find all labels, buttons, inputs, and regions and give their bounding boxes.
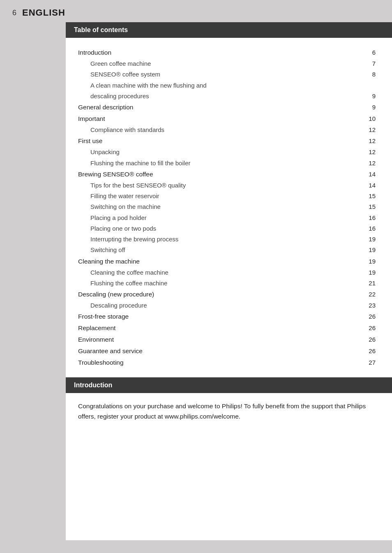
toc-page: 12 [365,125,376,134]
toc-entry-important: Important 10 [78,114,376,124]
toc-label: Frost-free storage [78,312,365,322]
toc-entry-tips: Tips for the best SENSEO® quality 14 [78,180,376,190]
toc-entry-green-coffee: Green coffee machine 7 [78,59,376,68]
toc-label: Replacement [78,323,365,333]
toc-label: General description [78,102,365,112]
toc-label: SENSEO® coffee system [90,69,365,79]
toc-label: descaling procedures [90,91,365,101]
left-sidebar [0,22,66,540]
toc-label: Troubleshooting [78,358,365,368]
toc-entry-flushing-coffee: Flushing the coffee machine 21 [78,278,376,288]
toc-label: Environment [78,335,365,345]
toc-entry-compliance: Compliance with standards 12 [78,125,376,134]
toc-entry-switching-off: Switching off 19 [78,245,376,255]
toc-page: 9 [365,102,376,112]
toc-entry-placing-pods: Placing one or two pods 16 [78,224,376,233]
page-header: 6 ENGLISH [0,0,392,22]
toc-label: Unpacking [90,147,365,157]
toc-page: 7 [365,59,376,68]
toc-page: 12 [365,136,376,146]
toc-page: 26 [365,312,376,321]
toc-label: Guarantee and service [78,346,365,356]
toc-page: 10 [365,114,376,123]
toc-label: A clean machine with the new flushing an… [90,81,365,90]
page-wrapper: 6 ENGLISH Table of contents Introduction… [0,0,392,553]
toc-page: 14 [365,180,376,190]
toc-entry-descaling-procedures: descaling procedures 9 [78,91,376,101]
layout: Table of contents Introduction 6 Green c… [0,22,392,540]
toc-page: 19 [365,245,376,255]
toc-entry-replacement: Replacement 26 [78,323,376,333]
toc-title: Table of contents [74,26,128,33]
toc-label: Interrupting the brewing process [90,234,365,244]
toc-label: Switching off [90,245,365,255]
toc-page: 12 [365,158,376,168]
toc-page: 22 [365,289,376,299]
toc-page: 21 [365,278,376,288]
toc-label: Placing one or two pods [90,224,365,233]
toc-page: 9 [365,91,376,101]
toc-label: Switching on the machine [90,202,365,211]
page-number-title: 6 ENGLISH [12,7,392,18]
toc-entry-first-use: First use 12 [78,136,376,146]
toc-label: Compliance with standards [90,125,365,134]
toc-entry-frost-free: Frost-free storage 26 [78,312,376,322]
toc-entry-cleaning-coffee: Cleaning the coffee machine 19 [78,268,376,277]
toc-label: Descaling procedure [90,301,365,310]
toc-page: 26 [365,323,376,333]
toc-page: 26 [365,346,376,356]
intro-text: Congratulations on your purchase and wel… [78,401,380,422]
toc-label: Flushing the machine to fill the boiler [90,158,365,168]
intro-section-header: Introduction [66,377,392,393]
toc-entry-pod-holder: Placing a pod holder 16 [78,213,376,222]
toc-entry-filling-water: Filling the water reservoir 15 [78,191,376,201]
toc-label: Green coffee machine [90,59,365,68]
toc-entry-interrupting: Interrupting the brewing process 19 [78,234,376,244]
toc-section-header: Table of contents [66,22,392,38]
toc-page: 19 [365,234,376,244]
toc-entry-brewing: Brewing SENSEO® coffee 14 [78,169,376,179]
toc-entry-guarantee: Guarantee and service 26 [78,346,376,356]
toc-body: Introduction 6 Green coffee machine 7 SE… [66,38,392,377]
toc-entry-descaling: Descaling (new procedure) 22 [78,289,376,299]
toc-label: First use [78,136,365,146]
toc-page: 12 [365,147,376,157]
toc-entry-general-desc: General description 9 [78,102,376,112]
toc-entry-flushing-fill: Flushing the machine to fill the boiler … [78,158,376,168]
toc-entry-introduction: Introduction 6 [78,48,376,58]
toc-entry-cleaning: Cleaning the machine 19 [78,257,376,266]
page-number: 6 [12,9,16,17]
language-title: ENGLISH [22,7,65,18]
toc-label: Important [78,114,365,124]
toc-page: 16 [365,213,376,222]
toc-entry-environment: Environment 26 [78,335,376,345]
toc-label: Brewing SENSEO® coffee [78,169,365,179]
toc-page: 8 [365,69,376,79]
toc-label: Introduction [78,48,365,58]
toc-entry-descaling-procedure: Descaling procedure 23 [78,301,376,310]
intro-title: Introduction [74,382,112,389]
toc-page: 6 [365,48,376,57]
toc-page: 19 [365,257,376,266]
toc-label: Tips for the best SENSEO® quality [90,180,365,190]
intro-body: Congratulations on your purchase and wel… [66,393,392,430]
toc-entry-unpacking: Unpacking 12 [78,147,376,157]
toc-label: Flushing the coffee machine [90,278,365,288]
toc-page: 27 [365,358,376,367]
toc-entry-senseo-system: SENSEO® coffee system 8 [78,69,376,79]
toc-page: 23 [365,301,376,310]
toc-page: 15 [365,191,376,201]
right-content: Table of contents Introduction 6 Green c… [66,22,392,540]
toc-page: 15 [365,202,376,211]
toc-page: 14 [365,169,376,179]
toc-entry-clean-machine: A clean machine with the new flushing an… [78,81,376,90]
toc-label: Cleaning the machine [78,257,365,266]
toc-page: 16 [365,224,376,233]
toc-label: Cleaning the coffee machine [90,268,365,277]
toc-page [365,81,376,90]
toc-page: 19 [365,268,376,277]
toc-label: Descaling (new procedure) [78,289,365,299]
toc-label: Placing a pod holder [90,213,365,222]
toc-entry-troubleshooting: Troubleshooting 27 [78,358,376,368]
toc-label: Filling the water reservoir [90,191,365,201]
